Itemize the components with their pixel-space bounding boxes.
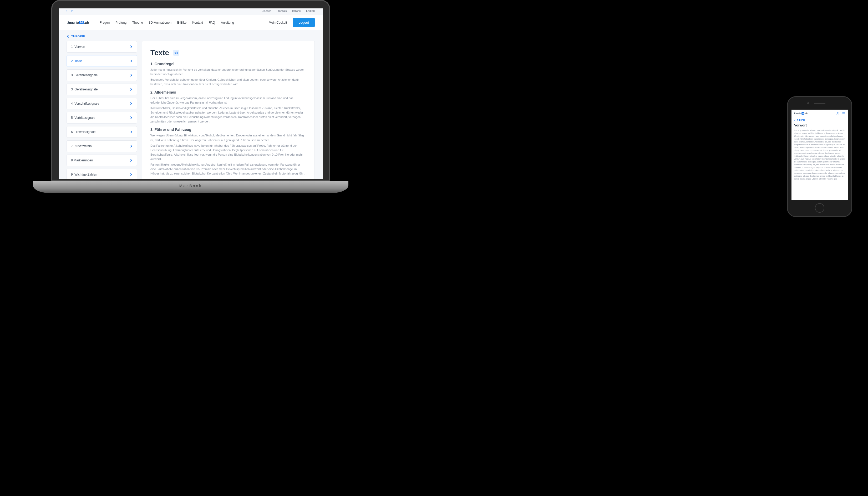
lang-de[interactable]: Deutsch xyxy=(262,10,271,12)
sidebar-item-label: 5. Vortrittssignale xyxy=(71,116,95,120)
lang-it[interactable]: Italiano xyxy=(292,10,301,12)
menu-item-3d[interactable]: 3D-Animationen xyxy=(149,21,171,25)
sidebar-item-vorschriftssignale[interactable]: 4. Vorschriftssignale xyxy=(66,98,137,109)
section-paragraph: Der Führer hat sich zu vergewissern, das… xyxy=(150,96,306,105)
lang-fr[interactable]: Français xyxy=(277,10,287,12)
chevron-right-icon xyxy=(130,45,133,48)
menu-item-theorie[interactable]: Theorie xyxy=(132,21,143,25)
chapter-sidebar: 1. Vorwort 2. Texte 3. Gefahrensignale 3… xyxy=(66,41,137,179)
logo[interactable]: theorie 24 .ch xyxy=(66,20,89,25)
chevron-right-icon xyxy=(130,130,133,133)
nav-actions: Mein Cockpit Logout xyxy=(269,18,315,27)
sidebar-item-zusatztafeln[interactable]: 7. Zusatztafeln xyxy=(66,140,137,152)
logo-pre: theorie xyxy=(66,20,79,25)
sidebar-item-label: 1. Vorwort xyxy=(71,45,85,49)
sidebar-item-markierungen[interactable]: 8.Markierungen xyxy=(66,155,137,166)
sidebar-item-vorwort[interactable]: 1. Vorwort xyxy=(66,41,137,52)
section-paragraph: Wer wegen Übermüdung, Einwirkung von Alk… xyxy=(150,133,306,142)
menu-item-anleitung[interactable]: Anleitung xyxy=(221,21,234,25)
section-paragraph: Jedermann muss sich im Verkehr so verhal… xyxy=(150,67,306,77)
chevron-right-icon xyxy=(130,117,133,119)
sidebar-item-vortrittssignale[interactable]: 5. Vortrittssignale xyxy=(66,112,137,124)
menu-item-ebike[interactable]: E-Bike xyxy=(177,21,186,25)
sidebar-item-label: 3. Gefahrensignale xyxy=(71,73,97,77)
sidebar-item-label: 4. Vorschriftssignale xyxy=(71,102,99,105)
facebook-icon[interactable]: f xyxy=(66,10,67,12)
chevron-right-icon xyxy=(130,145,133,148)
chevron-right-icon xyxy=(130,159,133,162)
desktop-app-viewport: f ◻ Deutsch Français Italiano English th… xyxy=(59,9,323,179)
chevron-right-icon xyxy=(130,173,133,176)
sidebar-item-gefahrensignale-2[interactable]: 3. Gefahrensignale xyxy=(66,83,137,95)
menu-item-pruefung[interactable]: Prüfung xyxy=(116,21,126,25)
section-paragraph: Kontrollschilder, Geschwindigkeitstafeln… xyxy=(150,106,306,124)
audio-icon[interactable] xyxy=(173,50,179,56)
lang-en[interactable]: English xyxy=(306,10,315,12)
sidebar-item-wichtige-zahlen[interactable]: 9. Wichtige Zahlen xyxy=(66,169,137,179)
chevron-left-icon xyxy=(66,35,69,37)
logout-button[interactable]: Logout xyxy=(293,18,315,27)
page-title: Texte xyxy=(150,49,169,57)
sidebar-item-texte[interactable]: 2. Texte xyxy=(66,55,137,67)
content-title-row: Texte xyxy=(150,49,306,57)
sidebar-item-label: 6. Hinweissignale xyxy=(71,130,95,134)
chevron-right-icon xyxy=(130,74,133,77)
macbook-base: MacBook xyxy=(33,181,348,193)
speaker-icon xyxy=(174,51,178,55)
sidebar-item-label: 8.Markierungen xyxy=(71,158,93,162)
sidebar-item-hinweissignale[interactable]: 6. Hinweissignale xyxy=(66,126,137,138)
menu-item-fragen[interactable]: Fragen xyxy=(100,21,110,25)
topbar-social: f ◻ xyxy=(66,10,77,14)
breadcrumb-label: THEORIE xyxy=(71,35,85,38)
macbook-bezel: f ◻ Deutsch Français Italiano English th… xyxy=(51,0,330,181)
section-paragraph: Das Fahren unter Alkoholeinfluss ist ver… xyxy=(150,143,306,161)
menu-item-kontakt[interactable]: Kontakt xyxy=(192,21,203,25)
main-navbar: theorie 24 .ch Fragen Prüfung Theorie 3D… xyxy=(59,15,323,30)
sidebar-item-label: 7. Zusatztafeln xyxy=(71,144,92,148)
mein-cockpit-link[interactable]: Mein Cockpit xyxy=(269,21,287,25)
logo-badge: 24 xyxy=(79,21,83,24)
sidebar-item-label: 3. Gefahrensignale xyxy=(71,88,97,91)
chevron-right-icon xyxy=(130,102,133,105)
section-paragraph: Fahrunfähigkeit wegen Alkoholeinwirkung … xyxy=(150,162,306,176)
page-layout: 1. Vorwort 2. Texte 3. Gefahrensignale 3… xyxy=(59,41,323,179)
macbook-mockup: f ◻ Deutsch Français Italiano English th… xyxy=(51,0,330,200)
logo-post: .ch xyxy=(84,20,89,25)
section-paragraph: Besondere Vorsicht ist geboten gegenüber… xyxy=(150,78,306,87)
sidebar-item-label: 9. Wichtige Zahlen xyxy=(71,173,97,176)
main-menu: Fragen Prüfung Theorie 3D-Animationen E-… xyxy=(100,21,234,25)
chevron-right-icon xyxy=(130,88,133,91)
content-panel: Texte 1. Grundregel Jedermann muss sich … xyxy=(142,41,315,179)
breadcrumb[interactable]: THEORIE xyxy=(59,30,323,41)
menu-item-faq[interactable]: FAQ xyxy=(209,21,215,25)
sidebar-item-gefahrensignale[interactable]: 3. Gefahrensignale xyxy=(66,69,137,81)
section-heading: 2. Allgemeines xyxy=(150,90,306,94)
topbar: f ◻ Deutsch Français Italiano English xyxy=(59,9,323,15)
section-heading: 1. Grundregel xyxy=(150,62,306,66)
language-switch: Deutsch Français Italiano English xyxy=(257,10,315,14)
section-heading: 3. Führer und Fahrzeug xyxy=(150,127,306,132)
chevron-right-icon xyxy=(130,60,133,62)
sidebar-item-label: 2. Texte xyxy=(71,59,82,63)
instagram-icon[interactable]: ◻ xyxy=(71,10,73,12)
